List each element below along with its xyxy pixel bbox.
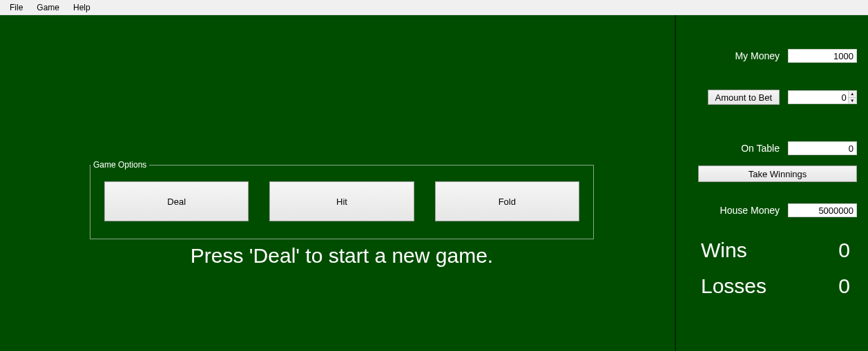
take-winnings-button[interactable]: Take Winnings <box>698 166 857 182</box>
deal-button[interactable]: Deal <box>104 181 249 221</box>
spinner-up-icon[interactable]: ▲ <box>849 91 856 98</box>
house-money-label: House Money <box>720 205 780 216</box>
instruction-text: Press 'Deal' to start a new game. <box>90 244 594 268</box>
menu-file[interactable]: File <box>3 1 30 14</box>
play-area: Game Options Deal Hit Fold Press 'Deal' … <box>0 15 675 351</box>
menu-game[interactable]: Game <box>30 1 66 14</box>
my-money-value: 1000 <box>788 49 857 63</box>
my-money-label: My Money <box>735 50 780 61</box>
amount-to-bet-input[interactable] <box>789 91 848 103</box>
losses-value: 0 <box>838 274 850 298</box>
amount-to-bet-spinner[interactable]: ▲ ▼ <box>788 90 857 104</box>
game-options-legend: Game Options <box>90 160 149 170</box>
amount-to-bet-button[interactable]: Amount to Bet <box>708 90 780 105</box>
sidebar: My Money 1000 Amount to Bet ▲ ▼ On Table… <box>675 15 868 351</box>
wins-label: Wins <box>701 239 747 262</box>
on-table-label: On Table <box>741 143 780 154</box>
game-options-group: Game Options Deal Hit Fold <box>90 160 594 239</box>
hit-button[interactable]: Hit <box>269 181 414 221</box>
wins-value: 0 <box>838 239 850 262</box>
on-table-value: 0 <box>788 141 857 155</box>
fold-button[interactable]: Fold <box>435 181 579 221</box>
menu-bar: File Game Help <box>0 0 868 15</box>
menu-help[interactable]: Help <box>66 1 97 14</box>
losses-label: Losses <box>701 274 766 298</box>
house-money-value: 5000000 <box>788 203 857 217</box>
spinner-down-icon[interactable]: ▼ <box>849 98 856 104</box>
